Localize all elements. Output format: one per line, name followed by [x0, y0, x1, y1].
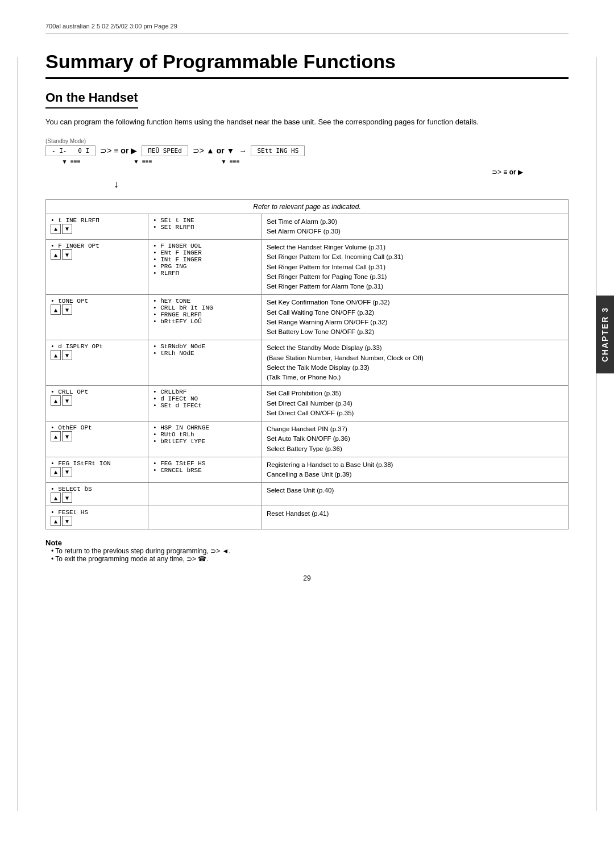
flow-arrow-down: ↓ — [114, 178, 569, 190]
down-key: ▼ — [62, 516, 72, 526]
description-col: Select the Handset Ringer Volume (p.31) … — [262, 240, 569, 295]
flow-diagram: (Standby Mode) - I- 0 I ⊃> ≡ or ▶ ΠEŬ SP… — [45, 138, 569, 190]
chapter-tab: CHAPTER 3 — [596, 295, 614, 373]
page-title: Summary of Programmable Functions — [45, 51, 569, 79]
function-col1: • FESEt HS ▲ ▼ — [46, 506, 148, 529]
submenu-item: • SEt RLRFΠ — [153, 224, 257, 231]
note-list: To return to the previous step during pr… — [45, 547, 569, 563]
function-table: Refer to relevant page as indicated. • t… — [45, 199, 569, 530]
up-key: ▲ — [51, 224, 61, 234]
function-col1: • F INGER OPt ▲ ▼ — [46, 240, 148, 295]
submenu-item: • tRLh NOdE — [153, 350, 257, 357]
submenu-item: • CRLLbRF — [153, 389, 257, 395]
table-row: • FEG IStFRt ION ▲ ▼ • FEG IStEF HS • CR… — [46, 457, 569, 483]
submenu-item: • RLRFΠ — [153, 270, 257, 277]
note-title: Note — [45, 539, 62, 547]
down-key: ▼ — [62, 350, 72, 360]
function-col1: • t INE RLRFΠ ▲ ▼ — [46, 214, 148, 240]
function-col1: • SELECt bS ▲ ▼ — [46, 483, 148, 506]
description-col: Set Time of Alarm (p.30)Set Alarm ON/OFF… — [262, 214, 569, 240]
description-col: Select Base Unit (p.40) — [262, 483, 569, 506]
table-row: • CRLL OPt ▲ ▼ • CRLLbRF • d IFECt NO • … — [46, 386, 569, 422]
table-row: • d ISPLRY OPt ▲ ▼ • StRNdbY NOdE • tRLh… — [46, 340, 569, 386]
function-col1: • d ISPLRY OPt ▲ ▼ — [46, 340, 148, 386]
up-key: ▲ — [51, 431, 61, 441]
flow-step-2: ΠEŬ SPEEd — [142, 145, 188, 156]
down-key: ▼ — [62, 431, 72, 441]
flow-row1: - I- 0 I ⊃> ≡ or ▶ ΠEŬ SPEEd ⊃> ▲ or ▼ →… — [45, 145, 569, 156]
down-key: ▼ — [62, 249, 72, 260]
table-row: • SELECt bS ▲ ▼ Select Base Unit (p.40) — [46, 483, 569, 506]
function-name: • OthEF OPt — [51, 424, 143, 431]
nav-keys: ▲ ▼ — [51, 224, 143, 234]
submenu-item: • HSP IN CHRNGЕ — [153, 424, 257, 431]
submenu-item: • SEt d IFECt — [153, 402, 257, 409]
nav-keys: ▲ ▼ — [51, 467, 143, 477]
submenu-item: • FEG IStEF HS — [153, 460, 257, 467]
note-section: Note To return to the previous step duri… — [45, 539, 569, 563]
down-key: ▼ — [62, 304, 72, 315]
up-key: ▲ — [51, 493, 61, 503]
description-col: Change Handset PIN (p.37) Set Auto Talk … — [262, 422, 569, 457]
table-header-row: Refer to relevant page as indicated. — [46, 199, 569, 214]
header-meta: 700al australian 2 5 02 2/5/02 3:00 pm P… — [45, 23, 569, 34]
up-key: ▲ — [51, 467, 61, 477]
intro-paragraph: You can program the following function i… — [45, 116, 569, 128]
down-key: ▼ — [62, 467, 72, 477]
table-row: • t INE RLRFΠ ▲ ▼ • SEt t INE • SEt RLRF… — [46, 214, 569, 240]
nav-keys: ▲ ▼ — [51, 304, 143, 315]
function-col1: • OthEF OPt ▲ ▼ — [46, 422, 148, 457]
description-col: Set Key Confirmation Tone ON/OFF (p.32) … — [262, 295, 569, 340]
nav-keys: ▲ ▼ — [51, 249, 143, 260]
submenu-col: • hEY tONE • CRLL bR It ING • FRNGE RLRF… — [148, 295, 262, 340]
function-name: • FEG IStFRt ION — [51, 460, 143, 467]
submenu-item: • RUtO tRLh — [153, 431, 257, 438]
note-item-1: To return to the previous step during pr… — [51, 547, 569, 555]
submenu-col: • SEt t INE • SEt RLRFΠ — [148, 214, 262, 240]
table-row: • OthEF OPt ▲ ▼ • HSP IN CHRNGЕ • RUtO t… — [46, 422, 569, 457]
submenu-col — [148, 506, 262, 529]
submenu-col: • StRNdbY NOdE • tRLh NOdE — [148, 340, 262, 386]
nav-keys: ▲ ▼ — [51, 350, 143, 360]
submenu-item: • StRNdbY NOdE — [153, 343, 257, 350]
submenu-item: • F INGER UOL — [153, 243, 257, 249]
up-key: ▲ — [51, 304, 61, 315]
submenu-item: • PRG ING — [153, 263, 257, 270]
note-item-2: To exit the programming mode at any time… — [51, 555, 569, 563]
description-col: Reset Handset (p.41) — [262, 506, 569, 529]
submenu-item: • SEt t INE — [153, 217, 257, 224]
flow-step-1: - I- 0 I — [45, 145, 96, 156]
function-name: • tONE OPt — [51, 298, 143, 304]
submenu-item: • hEY tONE — [153, 298, 257, 304]
submenu-item: • INt F INGER — [153, 256, 257, 263]
table-row: • FESEt HS ▲ ▼ Reset Handset (p.41) — [46, 506, 569, 529]
section-title: On the Handset — [45, 90, 138, 108]
standby-label: (Standby Mode) — [45, 138, 569, 144]
down-key: ▼ — [62, 493, 72, 503]
function-name: • FESEt HS — [51, 509, 143, 516]
submenu-item: • CRLL bR It ING — [153, 304, 257, 311]
submenu-item: • bRttEFY tYPE — [153, 438, 257, 445]
submenu-col: • CRLLbRF • d IFECt NO • SEt d IFECt — [148, 386, 262, 422]
function-name: • SELECt bS — [51, 486, 143, 493]
function-name: • t INE RLRFΠ — [51, 217, 143, 224]
submenu-item: • bRttEFY LOŬ — [153, 318, 257, 325]
up-key: ▲ — [51, 249, 61, 260]
up-key: ▲ — [51, 516, 61, 526]
description-col: Select the Standby Mode Display (p.33) (… — [262, 340, 569, 386]
refer-text: Refer to relevant page as indicated. — [46, 199, 569, 214]
nav-keys: ▲ ▼ — [51, 493, 143, 503]
nav-keys: ▲ ▼ — [51, 516, 143, 526]
submenu-col — [148, 483, 262, 506]
flow-step-3: SEtt ING HS — [251, 145, 305, 156]
flow-branch: ⊃> ≡ or ▶ — [45, 168, 523, 176]
flow-arrow-1: ⊃> ≡ or ▶ — [100, 146, 137, 155]
submenu-item: • d IFECt NO — [153, 395, 257, 402]
function-col1: • tONE OPt ▲ ▼ — [46, 295, 148, 340]
function-name: • d ISPLRY OPt — [51, 343, 143, 350]
description-col: Set Call Prohibition (p.35) Set Direct C… — [262, 386, 569, 422]
submenu-item: • ENt F INGER — [153, 249, 257, 256]
nav-keys: ▲ ▼ — [51, 395, 143, 406]
submenu-col: • F INGER UOL • ENt F INGER • INt F INGE… — [148, 240, 262, 295]
down-key: ▼ — [62, 224, 72, 234]
